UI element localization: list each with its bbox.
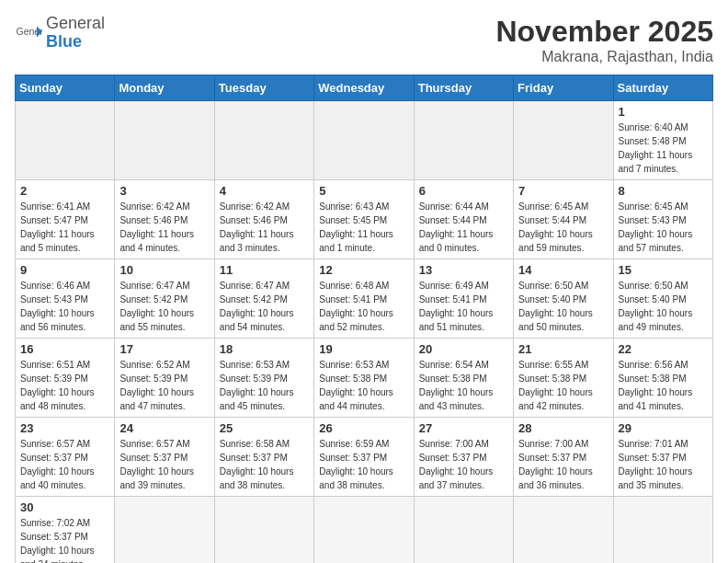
calendar-cell: 23Sunrise: 6:57 AM Sunset: 5:37 PM Dayli…: [16, 418, 115, 497]
day-number: 18: [220, 342, 309, 356]
calendar-cell: [115, 497, 214, 564]
calendar-cell: 20Sunrise: 6:54 AM Sunset: 5:38 PM Dayli…: [414, 339, 513, 418]
day-number: 8: [619, 184, 708, 198]
calendar-cell: 2Sunrise: 6:41 AM Sunset: 5:47 PM Daylig…: [16, 180, 115, 259]
calendar-cell: [613, 497, 712, 564]
day-number: 15: [619, 263, 708, 277]
day-number: 6: [419, 184, 508, 198]
day-number: 22: [619, 342, 708, 356]
calendar-cell: 22Sunrise: 6:56 AM Sunset: 5:38 PM Dayli…: [613, 339, 712, 418]
day-info: Sunrise: 6:53 AM Sunset: 5:39 PM Dayligh…: [220, 358, 309, 413]
calendar-cell: 14Sunrise: 6:50 AM Sunset: 5:40 PM Dayli…: [514, 259, 613, 339]
calendar-cell: 29Sunrise: 7:01 AM Sunset: 5:37 PM Dayli…: [613, 418, 712, 497]
calendar-cell: 17Sunrise: 6:52 AM Sunset: 5:39 PM Dayli…: [115, 339, 214, 418]
day-number: 21: [518, 342, 608, 356]
day-number: 26: [319, 421, 408, 435]
day-info: Sunrise: 6:49 AM Sunset: 5:41 PM Dayligh…: [419, 279, 508, 334]
day-info: Sunrise: 7:00 AM Sunset: 5:37 PM Dayligh…: [518, 437, 608, 492]
calendar-cell: [514, 101, 613, 180]
day-number: 30: [20, 500, 109, 514]
day-number: 3: [119, 184, 209, 198]
header: General General Blue November 2025 Makra…: [15, 15, 713, 65]
day-info: Sunrise: 6:48 AM Sunset: 5:41 PM Dayligh…: [319, 279, 408, 334]
day-number: 14: [518, 263, 608, 277]
calendar-cell: [214, 101, 313, 180]
day-info: Sunrise: 6:55 AM Sunset: 5:38 PM Dayligh…: [518, 358, 608, 413]
calendar-cell: [514, 497, 613, 564]
day-info: Sunrise: 6:40 AM Sunset: 5:48 PM Dayligh…: [619, 121, 708, 176]
day-info: Sunrise: 6:50 AM Sunset: 5:40 PM Dayligh…: [518, 279, 608, 334]
day-number: 7: [518, 184, 608, 198]
day-header-tuesday: Tuesday: [214, 75, 313, 101]
day-number: 13: [419, 263, 508, 277]
day-number: 28: [518, 421, 608, 435]
calendar-cell: 27Sunrise: 7:00 AM Sunset: 5:37 PM Dayli…: [414, 418, 513, 497]
month-title: November 2025: [495, 15, 713, 49]
day-number: 29: [619, 421, 708, 435]
day-info: Sunrise: 7:01 AM Sunset: 5:37 PM Dayligh…: [619, 437, 708, 492]
day-info: Sunrise: 6:58 AM Sunset: 5:37 PM Dayligh…: [220, 437, 309, 492]
calendar-cell: 16Sunrise: 6:51 AM Sunset: 5:39 PM Dayli…: [16, 339, 115, 418]
day-info: Sunrise: 6:54 AM Sunset: 5:38 PM Dayligh…: [419, 358, 508, 413]
day-number: 10: [119, 263, 209, 277]
calendar-cell: 7Sunrise: 6:45 AM Sunset: 5:44 PM Daylig…: [514, 180, 613, 259]
day-number: 24: [119, 421, 209, 435]
day-info: Sunrise: 6:47 AM Sunset: 5:42 PM Dayligh…: [220, 279, 309, 334]
day-info: Sunrise: 6:59 AM Sunset: 5:37 PM Dayligh…: [319, 437, 408, 492]
title-area: November 2025 Makrana, Rajasthan, India: [495, 15, 713, 65]
day-info: Sunrise: 6:43 AM Sunset: 5:45 PM Dayligh…: [319, 200, 408, 255]
calendar-cell: 19Sunrise: 6:53 AM Sunset: 5:38 PM Dayli…: [314, 339, 414, 418]
day-info: Sunrise: 6:44 AM Sunset: 5:44 PM Dayligh…: [419, 200, 508, 255]
calendar-cell: [115, 101, 214, 180]
calendar-cell: 6Sunrise: 6:44 AM Sunset: 5:44 PM Daylig…: [414, 180, 513, 259]
day-info: Sunrise: 6:57 AM Sunset: 5:37 PM Dayligh…: [20, 437, 109, 492]
calendar-cell: 18Sunrise: 6:53 AM Sunset: 5:39 PM Dayli…: [214, 339, 313, 418]
calendar-cell: 15Sunrise: 6:50 AM Sunset: 5:40 PM Dayli…: [613, 259, 712, 339]
day-number: 27: [419, 421, 508, 435]
calendar-cell: 8Sunrise: 6:45 AM Sunset: 5:43 PM Daylig…: [613, 180, 712, 259]
day-header-monday: Monday: [115, 75, 214, 101]
day-info: Sunrise: 6:42 AM Sunset: 5:46 PM Dayligh…: [119, 200, 209, 255]
calendar-cell: 9Sunrise: 6:46 AM Sunset: 5:43 PM Daylig…: [16, 259, 115, 339]
calendar-cell: 26Sunrise: 6:59 AM Sunset: 5:37 PM Dayli…: [314, 418, 414, 497]
day-info: Sunrise: 6:53 AM Sunset: 5:38 PM Dayligh…: [319, 358, 408, 413]
day-header-saturday: Saturday: [613, 75, 712, 101]
day-number: 23: [20, 421, 109, 435]
day-number: 4: [220, 184, 309, 198]
calendar-cell: 12Sunrise: 6:48 AM Sunset: 5:41 PM Dayli…: [314, 259, 414, 339]
day-info: Sunrise: 6:51 AM Sunset: 5:39 PM Dayligh…: [20, 358, 109, 413]
logo-general-text: General: [46, 15, 105, 33]
day-header-sunday: Sunday: [16, 75, 115, 101]
calendar-cell: [214, 497, 313, 564]
day-number: 20: [419, 342, 508, 356]
calendar-cell: 1Sunrise: 6:40 AM Sunset: 5:48 PM Daylig…: [613, 101, 712, 180]
day-number: 9: [20, 263, 109, 277]
calendar-cell: [414, 101, 513, 180]
day-number: 2: [20, 184, 109, 198]
calendar-cell: 21Sunrise: 6:55 AM Sunset: 5:38 PM Dayli…: [514, 339, 613, 418]
location-title: Makrana, Rajasthan, India: [495, 49, 713, 65]
calendar-cell: 13Sunrise: 6:49 AM Sunset: 5:41 PM Dayli…: [414, 259, 513, 339]
day-number: 11: [220, 263, 309, 277]
day-info: Sunrise: 6:57 AM Sunset: 5:37 PM Dayligh…: [119, 437, 209, 492]
day-number: 25: [220, 421, 309, 435]
logo-icon: General: [15, 19, 42, 47]
day-header-thursday: Thursday: [414, 75, 513, 101]
calendar-cell: 4Sunrise: 6:42 AM Sunset: 5:46 PM Daylig…: [214, 180, 313, 259]
calendar-cell: 24Sunrise: 6:57 AM Sunset: 5:37 PM Dayli…: [115, 418, 214, 497]
day-info: Sunrise: 6:41 AM Sunset: 5:47 PM Dayligh…: [20, 200, 109, 255]
day-info: Sunrise: 6:45 AM Sunset: 5:43 PM Dayligh…: [619, 200, 708, 255]
calendar-cell: 10Sunrise: 6:47 AM Sunset: 5:42 PM Dayli…: [115, 259, 214, 339]
logo: General General Blue: [15, 15, 105, 52]
calendar-cell: 5Sunrise: 6:43 AM Sunset: 5:45 PM Daylig…: [314, 180, 414, 259]
calendar-cell: 3Sunrise: 6:42 AM Sunset: 5:46 PM Daylig…: [115, 180, 214, 259]
day-info: Sunrise: 7:02 AM Sunset: 5:37 PM Dayligh…: [20, 516, 109, 563]
calendar-cell: 25Sunrise: 6:58 AM Sunset: 5:37 PM Dayli…: [214, 418, 313, 497]
calendar-cell: [414, 497, 513, 564]
calendar: SundayMondayTuesdayWednesdayThursdayFrid…: [15, 75, 713, 563]
day-number: 16: [20, 342, 109, 356]
day-header-wednesday: Wednesday: [314, 75, 414, 101]
day-info: Sunrise: 6:56 AM Sunset: 5:38 PM Dayligh…: [619, 358, 708, 413]
day-info: Sunrise: 6:42 AM Sunset: 5:46 PM Dayligh…: [220, 200, 309, 255]
calendar-cell: [314, 101, 414, 180]
